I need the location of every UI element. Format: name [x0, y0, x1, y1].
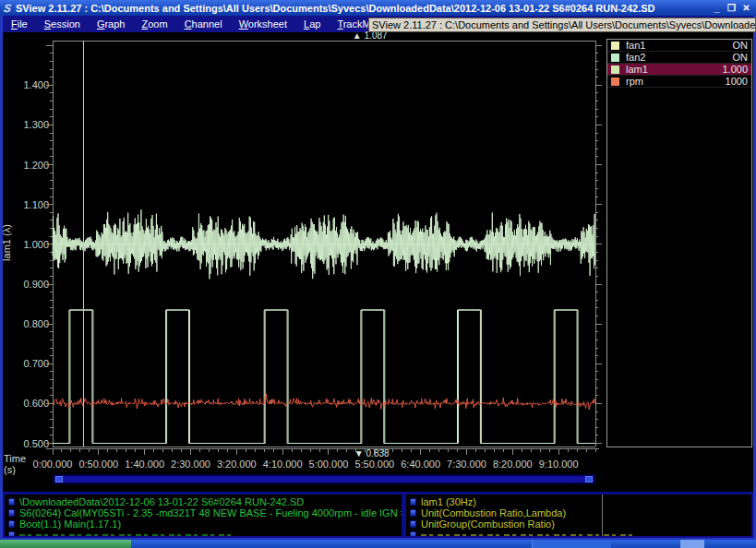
channel-color-swatch [611, 66, 619, 74]
channel-row-rpm[interactable]: rpm1000 [607, 76, 751, 88]
status-text: Unit(Combustion Ratio,Lambda) [421, 507, 566, 518]
status-text: lam1 (30Hz) [421, 496, 476, 507]
channel-color-swatch [611, 42, 619, 50]
channel-color-swatch [611, 54, 619, 62]
channel-info-panel: lam1 (30Hz)Unit(Combustion Ratio,Lambda)… [406, 494, 751, 536]
log-bullet-icon [8, 520, 15, 528]
channel-name: lam1 [626, 64, 722, 76]
channel-name: fan2 [626, 52, 733, 64]
log-bullet-icon [410, 498, 416, 506]
channel-row-lam1[interactable]: lam11.000 [607, 64, 751, 76]
log-bullet-icon [410, 531, 416, 536]
log-bullet-icon [8, 509, 15, 517]
status-area: \DownloadedData\2012-12-06 13-01-22 S6#0… [3, 492, 753, 538]
status-text: UnitGroup(Combustion Ratio) [421, 518, 555, 530]
status-text: S6(0264) Cal(MY05STi - 2.35 -md321T 48 N… [19, 507, 402, 518]
unreadable-clipped-text [421, 534, 633, 536]
channel-name: rpm [626, 76, 726, 88]
channel-row-fan2[interactable]: fan2ON [607, 52, 751, 64]
channel-name: fan1 [626, 40, 733, 52]
min-value-marker: ▼ 0.838 [354, 449, 390, 459]
unreadable-clipped-text [19, 534, 232, 536]
channel-cursor-value: 1.000 [722, 64, 748, 76]
fan1-trace [53, 310, 595, 444]
taskbar-button[interactable] [680, 540, 704, 548]
log-bullet-icon [8, 498, 15, 506]
status-line: lam1 (30Hz) [410, 496, 750, 507]
taskbar-button[interactable] [532, 540, 611, 548]
scrollbar-right-handle[interactable] [585, 476, 593, 482]
scrollbar-range-fill[interactable] [54, 476, 594, 482]
status-text: \DownloadedData\2012-12-06 13-01-22 S6#0… [19, 496, 304, 507]
time-scrollbar[interactable] [53, 474, 595, 484]
channel-cursor-value: ON [733, 40, 749, 52]
rpm-trace [53, 394, 594, 410]
status-line: UnitGroup(Combustion Ratio) [410, 518, 750, 530]
log-bullet-icon [410, 520, 416, 528]
max-value-marker: ▲ 1.087 [353, 31, 388, 41]
channel-color-swatch [611, 77, 619, 86]
status-text: Boot(1.1) Main(1.17.1) [19, 518, 121, 530]
status-line: S6(0264) Cal(MY05STi - 2.35 -md321T 48 N… [8, 507, 400, 518]
channel-row-fan1[interactable]: fan1ON [607, 40, 751, 52]
lam1-trace [53, 209, 595, 279]
status-line: \DownloadedData\2012-12-06 13-01-22 S6#0… [8, 496, 400, 507]
clipped-status-line [410, 530, 750, 536]
session-info-panel: \DownloadedData\2012-12-06 13-01-22 S6#0… [5, 494, 402, 536]
status-line: Boot(1.1) Main(1.17.1) [8, 518, 400, 530]
log-bullet-icon [410, 509, 416, 517]
channel-cursor-value: ON [733, 52, 749, 64]
channel-list-panel: fan1ONfan2ONlam11.000rpm1000 [606, 39, 752, 447]
path-tooltip: SView 2.11.27 : C:\Documents and Setting… [368, 18, 756, 32]
fan2-trace [53, 310, 595, 444]
taskbar-start-segment[interactable] [0, 540, 131, 548]
log-bullet-icon [8, 531, 15, 536]
clipped-status-line [8, 530, 400, 536]
scrollbar-left-handle[interactable] [55, 476, 63, 482]
sview-window: S SView 2.11.27 : C:\Documents and Setti… [0, 0, 756, 548]
status-line: Unit(Combustion Ratio,Lambda) [410, 507, 750, 518]
channel-cursor-value: 1000 [726, 76, 748, 88]
